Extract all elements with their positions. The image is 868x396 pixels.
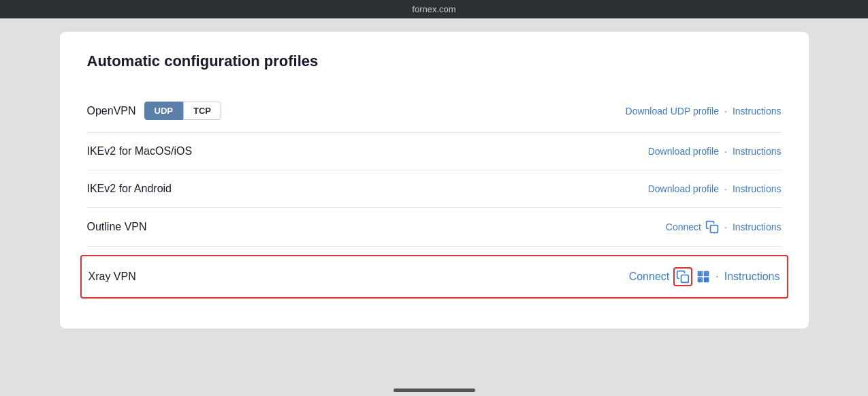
tcp-button[interactable]: TCP (183, 102, 221, 120)
xray-actions: Connect (629, 267, 780, 286)
separator: · (724, 183, 727, 194)
openvpn-row: OpenVPN UDP TCP Download UDP profile · I… (87, 89, 782, 133)
separator: · (716, 271, 718, 283)
outline-connect-link[interactable]: Connect (666, 222, 701, 232)
download-udp-profile-link[interactable]: Download UDP profile (626, 106, 719, 117)
ikev2-android-instructions-link[interactable]: Instructions (733, 183, 782, 194)
svg-rect-9 (705, 278, 707, 280)
svg-rect-5 (699, 273, 701, 275)
domain-label: fornex.com (412, 4, 455, 14)
outline-copy-icon[interactable] (705, 220, 719, 234)
xray-row-wrapper: Xray VPN Connect (87, 247, 782, 301)
svg-rect-11 (705, 280, 707, 282)
xray-vpn-row: Xray VPN Connect (80, 255, 788, 299)
xray-copy-icon[interactable] (676, 270, 690, 284)
card-title: Automatic configuration profiles (87, 52, 782, 70)
udp-button[interactable]: UDP (144, 102, 183, 120)
ikev2-android-row: IKEv2 for Android Download profile · Ins… (87, 170, 782, 208)
ikev2-android-actions: Download profile · Instructions (648, 183, 782, 194)
svg-rect-0 (711, 226, 718, 233)
protocol-buttons: UDP TCP (144, 102, 221, 120)
xray-copy-icon-highlight (673, 267, 692, 286)
outline-vpn-row: Outline VPN Connect · Instructions (87, 208, 782, 247)
top-bar: fornex.com (0, 0, 868, 18)
svg-rect-12 (707, 280, 709, 282)
download-ikev2-macos-link[interactable]: Download profile (648, 146, 719, 157)
svg-rect-1 (681, 275, 689, 283)
svg-rect-6 (706, 273, 708, 275)
svg-rect-10 (707, 278, 709, 280)
outline-vpn-actions: Connect · Instructions (666, 220, 782, 234)
page-wrapper: Automatic configuration profiles OpenVPN… (0, 18, 868, 382)
separator: · (724, 222, 727, 232)
xray-vpn-name: Xray VPN (89, 271, 136, 283)
openvpn-instructions-link[interactable]: Instructions (733, 106, 782, 117)
handle-bar (393, 389, 475, 392)
bottom-handle (0, 382, 868, 396)
ikev2-macos-row: IKEv2 for MacOS/iOS Download profile · I… (87, 133, 782, 170)
card: Automatic configuration profiles OpenVPN… (60, 32, 809, 329)
xray-qr-icon[interactable] (696, 270, 710, 284)
xray-connect-link[interactable]: Connect (629, 271, 670, 283)
download-ikev2-android-link[interactable]: Download profile (648, 183, 719, 194)
ikev2-android-name: IKEv2 for Android (87, 183, 172, 195)
ikev2-macos-actions: Download profile · Instructions (648, 146, 782, 157)
separator: · (724, 106, 727, 117)
svg-rect-7 (699, 279, 701, 281)
separator: · (724, 146, 727, 157)
openvpn-name: OpenVPN UDP TCP (87, 102, 222, 120)
outline-vpn-name: Outline VPN (87, 221, 147, 233)
ikev2-macos-instructions-link[interactable]: Instructions (733, 146, 782, 157)
xray-instructions-link[interactable]: Instructions (724, 271, 780, 283)
openvpn-actions: Download UDP profile · Instructions (626, 106, 782, 117)
outline-instructions-link[interactable]: Instructions (733, 222, 782, 232)
ikev2-macos-name: IKEv2 for MacOS/iOS (87, 145, 193, 157)
